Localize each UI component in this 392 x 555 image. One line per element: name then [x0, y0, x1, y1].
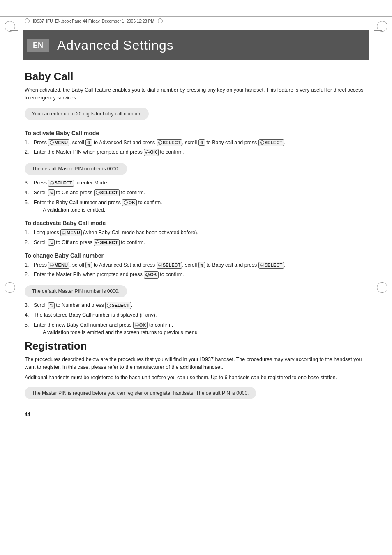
mid-circle-right	[377, 282, 387, 293]
change-step-3: 3. Scroll ⇅ to Number and press ↩SELECT.	[25, 302, 367, 309]
activate-step-3: 3. Press ↩SELECT to enter Mode.	[25, 179, 367, 187]
select-key-6: ↩SELECT	[157, 262, 182, 269]
scroll-icon-5: ⇅	[85, 262, 92, 268]
menu-key-3: ↩MENU	[48, 262, 69, 269]
baby-call-title: Baby Call	[25, 70, 367, 83]
registration-title: Registration	[25, 340, 367, 352]
baby-call-intro: When activated, the Baby Call feature en…	[25, 86, 367, 102]
corner-crosshair-br	[374, 553, 382, 555]
change-step-5-sub: A validation tone is emitted and the scr…	[43, 329, 199, 335]
activate-step-1: 1. Press ↩MENU, scroll ⇅ to Advanced Set…	[25, 139, 367, 147]
activate-step-5: 5. Enter the Baby Call number and press …	[25, 199, 367, 214]
mid-circle-left	[5, 282, 15, 293]
baby-call-info-box: You can enter up to 20 digits for baby c…	[25, 108, 149, 120]
corner-crosshair-bl	[10, 553, 18, 555]
change-step-1: 1. Press ↩MENU, scroll ⇅ to Advanced Set…	[25, 261, 367, 269]
scroll-icon-3: ⇅	[48, 189, 55, 196]
select-key-7: ↩SELECT	[258, 262, 284, 269]
activate-steps: 1. Press ↩MENU, scroll ⇅ to Advanced Set…	[25, 139, 367, 157]
corner-circle-tr	[377, 21, 387, 32]
activate-info-box: The default Master PIN number is 0000.	[25, 163, 127, 175]
select-key-5: ↩SELECT	[94, 239, 119, 246]
change-step-4: 4. The last stored Baby Call number is d…	[25, 311, 367, 319]
registration-para1: The procedures described below are the p…	[25, 356, 367, 371]
select-key-4: ↩SELECT	[94, 189, 120, 196]
select-key-8: ↩SELECT	[105, 302, 131, 309]
activate-title: To activate Baby Call mode	[25, 130, 367, 136]
scroll-icon-6: ⇅	[198, 262, 205, 268]
menu-key-2: ↩MENU	[60, 229, 81, 236]
registration-info-box: The Master PIN is required before you ca…	[25, 387, 256, 399]
file-header: ID937_IFU_EN.book Page 44 Friday, Decemb…	[0, 16, 392, 25]
file-header-text: ID937_IFU_EN.book Page 44 Friday, Decemb…	[33, 19, 154, 23]
activate-step-5-sub: A validation tone is emitted.	[43, 207, 105, 213]
ok-key-1: ↩OK	[144, 149, 159, 156]
corner-circle-tl	[5, 21, 15, 32]
scroll-icon-4: ⇅	[48, 239, 55, 246]
ok-key-2: ↩OK	[122, 199, 137, 206]
change-steps-2: 3. Scroll ⇅ to Number and press ↩SELECT.…	[25, 302, 367, 336]
change-steps: 1. Press ↩MENU, scroll ⇅ to Advanced Set…	[25, 261, 367, 279]
activate-step-4: 4. Scroll ⇅ to On and press ↩SELECT to c…	[25, 189, 367, 197]
select-key-2: ↩SELECT	[258, 139, 284, 146]
select-key-1: ↩SELECT	[157, 139, 182, 146]
en-label: EN	[27, 39, 49, 52]
deactivate-title: To deactivate Baby Call mode	[25, 220, 367, 226]
activate-step-2: 2. Enter the Master PIN when prompted an…	[25, 148, 367, 156]
change-step-5: 5. Enter the new Baby Call number and pr…	[25, 321, 367, 337]
deactivate-step-1: 1. Long press ↩MENU (when Baby Call mode…	[25, 229, 367, 237]
scroll-icon-1: ⇅	[85, 139, 92, 146]
ok-key-4: ↩OK	[133, 322, 148, 329]
scroll-icon-7: ⇅	[48, 302, 55, 309]
title-banner: EN Advanced Settings	[23, 30, 369, 60]
deactivate-steps: 1. Long press ↩MENU (when Baby Call mode…	[25, 229, 367, 246]
menu-key-1: ↩MENU	[48, 139, 69, 146]
page-title: Advanced Settings	[57, 38, 174, 53]
select-key-3: ↩SELECT	[48, 180, 74, 187]
change-title: To change Baby Call number	[25, 252, 367, 259]
activate-steps-2: 3. Press ↩SELECT to enter Mode. 4. Scrol…	[25, 179, 367, 214]
content-area: Baby Call When activated, the Baby Call …	[0, 60, 392, 434]
deactivate-step-2: 2. Scroll ⇅ to Off and press ↩SELECT to …	[25, 239, 367, 246]
change-info-box: The default Master PIN number is 0000.	[25, 285, 127, 297]
page-number: 44	[25, 412, 367, 417]
registration-para2: Additional handsets must be registered t…	[25, 374, 367, 382]
ok-key-3: ↩OK	[144, 271, 159, 278]
scroll-icon-2: ⇅	[198, 139, 205, 146]
change-step-2: 2. Enter the Master PIN when prompted an…	[25, 271, 367, 279]
page-container: ID937_IFU_EN.book Page 44 Friday, Decemb…	[0, 16, 392, 555]
